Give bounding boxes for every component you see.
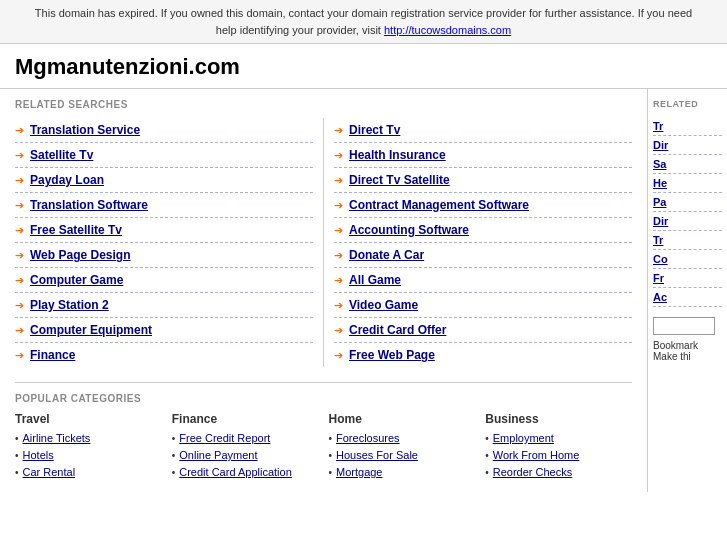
search-link[interactable]: Credit Card Offer [349, 323, 446, 337]
sidebar-link[interactable]: Fr [653, 272, 722, 284]
category-link[interactable]: Employment [493, 432, 554, 444]
arrow-icon: ➔ [334, 274, 343, 287]
search-link[interactable]: Translation Software [30, 198, 148, 212]
search-item: ➔Video Game [334, 293, 632, 318]
category-link[interactable]: Reorder Checks [493, 466, 572, 478]
right-search-column: ➔Direct Tv➔Health Insurance➔Direct Tv Sa… [334, 118, 632, 367]
arrow-icon: ➔ [334, 324, 343, 337]
category-column: BusinessEmploymentWork From HomeReorder … [485, 412, 632, 482]
banner-link[interactable]: http://tucowsdomains.com [384, 24, 511, 36]
arrow-icon: ➔ [15, 174, 24, 187]
list-item: Hotels [15, 448, 162, 462]
search-item: ➔Web Page Design [15, 243, 313, 268]
search-link[interactable]: Direct Tv Satellite [349, 173, 450, 187]
search-link[interactable]: Direct Tv [349, 123, 400, 137]
search-link[interactable]: Accounting Software [349, 223, 469, 237]
sidebar-link[interactable]: Co [653, 253, 722, 265]
arrow-icon: ➔ [15, 299, 24, 312]
search-item: ➔Computer Equipment [15, 318, 313, 343]
category-link[interactable]: Mortgage [336, 466, 382, 478]
categories-grid: TravelAirline TicketsHotelsCar RentalFin… [15, 412, 632, 482]
category-link[interactable]: Airline Tickets [23, 432, 91, 444]
sidebar-link-item: He [653, 174, 722, 193]
sidebar-bottom: Bookmark Make thi [653, 317, 722, 362]
related-searches-label: RELATED SEARCHES [15, 99, 632, 110]
arrow-icon: ➔ [15, 249, 24, 262]
search-item: ➔Play Station 2 [15, 293, 313, 318]
list-item: Work From Home [485, 448, 632, 462]
search-link[interactable]: Finance [30, 348, 75, 362]
site-title: Mgmanutenzioni.com [0, 44, 727, 89]
search-link[interactable]: Health Insurance [349, 148, 446, 162]
search-link[interactable]: Translation Service [30, 123, 140, 137]
related-searches-grid: ➔Translation Service➔Satellite Tv➔Payday… [15, 118, 632, 367]
list-item: Free Credit Report [172, 431, 319, 445]
banner-text2: help identifying your provider, visit [216, 24, 384, 36]
sidebar-link[interactable]: Tr [653, 234, 722, 246]
arrow-icon: ➔ [15, 324, 24, 337]
search-link[interactable]: All Game [349, 273, 401, 287]
arrow-icon: ➔ [15, 199, 24, 212]
sidebar-links-list: TrDirSaHePaDirTrCoFrAc [653, 117, 722, 307]
sidebar-link[interactable]: Dir [653, 215, 722, 227]
search-item: ➔All Game [334, 268, 632, 293]
list-item: Foreclosures [329, 431, 476, 445]
category-title: Finance [172, 412, 319, 426]
search-item: ➔Direct Tv Satellite [334, 168, 632, 193]
search-item: ➔Free Web Page [334, 343, 632, 367]
sidebar-link[interactable]: Tr [653, 120, 722, 132]
category-link[interactable]: Car Rental [23, 466, 76, 478]
sidebar-link[interactable]: He [653, 177, 722, 189]
category-title: Home [329, 412, 476, 426]
category-column: TravelAirline TicketsHotelsCar Rental [15, 412, 162, 482]
search-link[interactable]: Free Web Page [349, 348, 435, 362]
search-link[interactable]: Computer Equipment [30, 323, 152, 337]
arrow-icon: ➔ [334, 224, 343, 237]
sidebar-link[interactable]: Ac [653, 291, 722, 303]
arrow-icon: ➔ [334, 149, 343, 162]
arrow-icon: ➔ [334, 349, 343, 362]
search-link[interactable]: Computer Game [30, 273, 123, 287]
list-item: Airline Tickets [15, 431, 162, 445]
search-link[interactable]: Video Game [349, 298, 418, 312]
arrow-icon: ➔ [15, 224, 24, 237]
category-link[interactable]: Work From Home [493, 449, 580, 461]
search-item: ➔Accounting Software [334, 218, 632, 243]
main-content: RELATED SEARCHES ➔Translation Service➔Sa… [0, 89, 647, 492]
category-link[interactable]: Foreclosures [336, 432, 400, 444]
search-item: ➔Computer Game [15, 268, 313, 293]
arrow-icon: ➔ [15, 149, 24, 162]
sidebar-link-item: Co [653, 250, 722, 269]
sidebar-link-item: Dir [653, 212, 722, 231]
sidebar-link[interactable]: Sa [653, 158, 722, 170]
category-link[interactable]: Online Payment [179, 449, 257, 461]
search-item: ➔Donate A Car [334, 243, 632, 268]
category-link[interactable]: Free Credit Report [179, 432, 270, 444]
category-link[interactable]: Hotels [23, 449, 54, 461]
search-link[interactable]: Satellite Tv [30, 148, 93, 162]
category-link[interactable]: Houses For Sale [336, 449, 418, 461]
search-item: ➔Health Insurance [334, 143, 632, 168]
sidebar-related-label: RELATED [653, 99, 722, 109]
category-link[interactable]: Credit Card Application [179, 466, 292, 478]
search-item: ➔Direct Tv [334, 118, 632, 143]
sidebar-link[interactable]: Dir [653, 139, 722, 151]
search-link[interactable]: Contract Management Software [349, 198, 529, 212]
search-item: ➔Free Satellite Tv [15, 218, 313, 243]
top-banner: This domain has expired. If you owned th… [0, 0, 727, 44]
sidebar-input[interactable] [653, 317, 715, 335]
sidebar-link-item: Tr [653, 231, 722, 250]
list-item: Employment [485, 431, 632, 445]
search-link[interactable]: Web Page Design [30, 248, 130, 262]
sidebar-link-item: Pa [653, 193, 722, 212]
search-link[interactable]: Donate A Car [349, 248, 424, 262]
sidebar-link-item: Dir [653, 136, 722, 155]
search-link[interactable]: Free Satellite Tv [30, 223, 122, 237]
search-link[interactable]: Play Station 2 [30, 298, 109, 312]
sidebar-link[interactable]: Pa [653, 196, 722, 208]
arrow-icon: ➔ [15, 274, 24, 287]
related-searches-section: RELATED SEARCHES ➔Translation Service➔Sa… [15, 99, 632, 367]
search-item: ➔Translation Software [15, 193, 313, 218]
search-item: ➔Payday Loan [15, 168, 313, 193]
search-link[interactable]: Payday Loan [30, 173, 104, 187]
